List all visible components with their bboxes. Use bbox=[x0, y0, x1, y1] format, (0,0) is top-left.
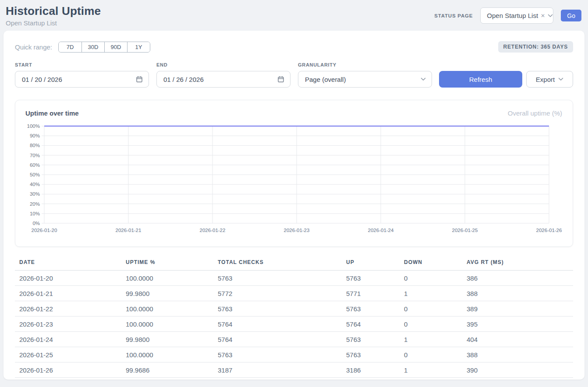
y-axis-tick-label: 40% bbox=[30, 182, 40, 187]
table-cell: 389 bbox=[462, 301, 573, 317]
go-button[interactable]: Go bbox=[561, 10, 581, 21]
chevron-down-icon bbox=[548, 14, 553, 18]
table-cell: 2026-01-22 bbox=[15, 301, 121, 317]
table-cell: 5763 bbox=[342, 332, 400, 347]
start-date-value: 01 / 20 / 2026 bbox=[22, 76, 62, 83]
table-row: 2026-01-20100.0000576357630386 bbox=[15, 271, 573, 286]
table-cell: 99.9800 bbox=[121, 332, 213, 347]
table-cell: 390 bbox=[462, 362, 573, 378]
export-button[interactable]: Export bbox=[526, 71, 573, 88]
granularity-value: Page (overall) bbox=[305, 76, 346, 83]
table-row: 2026-01-2499.9800576457631404 bbox=[15, 332, 573, 347]
table-cell: 5763 bbox=[342, 301, 400, 317]
table-cell: 388 bbox=[462, 286, 573, 301]
table-cell: 386 bbox=[462, 271, 573, 286]
column-header: DOWN bbox=[400, 257, 462, 271]
table-cell: 5772 bbox=[213, 286, 342, 301]
status-page-select[interactable]: Open Startup List ✕ bbox=[480, 7, 553, 24]
end-label: END bbox=[156, 62, 290, 67]
x-axis-tick-label: 2026-01-21 bbox=[116, 228, 142, 233]
y-axis-tick-label: 20% bbox=[30, 201, 40, 207]
chevron-down-icon bbox=[421, 77, 426, 81]
clear-selection-icon[interactable]: ✕ bbox=[541, 13, 545, 18]
column-header: UPTIME % bbox=[121, 257, 213, 271]
x-axis-tick-label: 2026-01-20 bbox=[32, 228, 57, 233]
granularity-label: GRANULARITY bbox=[298, 62, 432, 67]
table-cell: 5763 bbox=[213, 301, 342, 317]
x-axis-tick-label: 2026-01-22 bbox=[200, 228, 226, 233]
table-cell: 0 bbox=[400, 347, 462, 362]
quick-range-7d[interactable]: 7D bbox=[59, 42, 81, 52]
x-axis-tick-label: 2026-01-23 bbox=[284, 228, 310, 233]
column-header: DATE bbox=[15, 257, 121, 271]
column-header: UP bbox=[342, 257, 400, 271]
table-cell: 5763 bbox=[213, 271, 342, 286]
calendar-icon[interactable] bbox=[136, 76, 143, 83]
table-body: 2026-01-20100.00005763576303862026-01-21… bbox=[15, 271, 573, 378]
table-cell: 5763 bbox=[342, 347, 400, 362]
y-axis-tick-label: 70% bbox=[30, 153, 40, 158]
start-date-input[interactable]: 01 / 20 / 2026 bbox=[15, 71, 149, 88]
quick-range-30d[interactable]: 30D bbox=[81, 42, 104, 52]
status-page-label: STATUS PAGE bbox=[434, 13, 473, 18]
quick-range-1y[interactable]: 1Y bbox=[127, 42, 150, 52]
refresh-button[interactable]: Refresh bbox=[439, 71, 522, 88]
calendar-icon[interactable] bbox=[277, 76, 284, 83]
table-cell: 2026-01-20 bbox=[15, 271, 121, 286]
quick-range-group: 7D30D90D1Y bbox=[58, 42, 150, 53]
table-cell: 5764 bbox=[342, 317, 400, 332]
table-cell: 2026-01-26 bbox=[15, 362, 121, 378]
table-cell: 1 bbox=[400, 332, 462, 347]
table-cell: 100.0000 bbox=[121, 317, 213, 332]
table-cell: 5764 bbox=[213, 317, 342, 332]
column-header: TOTAL CHECKS bbox=[213, 257, 342, 271]
y-axis-tick-label: 90% bbox=[30, 133, 40, 138]
table-row: 2026-01-22100.0000576357630389 bbox=[15, 301, 573, 317]
table-header-row: DATEUPTIME %TOTAL CHECKSUPDOWNAVG RT (MS… bbox=[15, 257, 573, 271]
granularity-select[interactable]: Page (overall) bbox=[298, 71, 432, 88]
table-cell: 395 bbox=[462, 317, 573, 332]
table-row: 2026-01-2199.9800577257711388 bbox=[15, 286, 573, 301]
table-cell: 99.9800 bbox=[121, 286, 213, 301]
table-cell: 100.0000 bbox=[121, 301, 213, 317]
table-row: 2026-01-23100.0000576457640395 bbox=[15, 317, 573, 332]
table-cell: 2026-01-23 bbox=[15, 317, 121, 332]
table-cell: 388 bbox=[462, 347, 573, 362]
table-cell: 2026-01-24 bbox=[15, 332, 121, 347]
export-button-label: Export bbox=[536, 76, 555, 83]
y-axis-tick-label: 30% bbox=[30, 191, 40, 197]
start-label: START bbox=[15, 62, 149, 67]
y-axis-tick-label: 10% bbox=[30, 211, 40, 216]
x-axis-tick-label: 2026-01-24 bbox=[368, 228, 394, 233]
table-cell: 5763 bbox=[213, 347, 342, 362]
page-header: Historical Uptime Open Startup List STAT… bbox=[0, 0, 588, 31]
y-axis-tick-label: 60% bbox=[30, 162, 40, 168]
retention-badge: RETENTION: 365 DAYS bbox=[498, 41, 573, 53]
uptime-table: DATEUPTIME %TOTAL CHECKSUPDOWNAVG RT (MS… bbox=[15, 257, 573, 378]
table-cell: 1 bbox=[400, 286, 462, 301]
chart-title: Uptime over time bbox=[25, 109, 79, 117]
end-date-input[interactable]: 01 / 26 / 2026 bbox=[156, 71, 290, 88]
table-cell: 100.0000 bbox=[121, 347, 213, 362]
y-axis-tick-label: 80% bbox=[30, 143, 40, 148]
table-row: 2026-01-2699.9686318731861390 bbox=[15, 362, 573, 378]
table-row: 2026-01-25100.0000576357630388 bbox=[15, 347, 573, 362]
table-cell: 99.9686 bbox=[121, 362, 213, 378]
page-title: Historical Uptime bbox=[6, 4, 101, 18]
quick-range-90d[interactable]: 90D bbox=[104, 42, 127, 52]
page-subtitle: Open Startup List bbox=[6, 19, 101, 27]
x-axis-tick-label: 2026-01-25 bbox=[452, 228, 478, 233]
table-cell: 1 bbox=[400, 362, 462, 378]
table-cell: 2026-01-25 bbox=[15, 347, 121, 362]
table-cell: 404 bbox=[462, 332, 573, 347]
table-cell: 5771 bbox=[342, 286, 400, 301]
table-cell: 2026-01-21 bbox=[15, 286, 121, 301]
x-axis-tick-label: 2026-01-26 bbox=[536, 228, 562, 233]
table-cell: 5764 bbox=[213, 332, 342, 347]
table-cell: 100.0000 bbox=[121, 271, 213, 286]
y-axis-tick-label: 100% bbox=[27, 123, 40, 129]
main-panel: Quick range: 7D30D90D1Y RETENTION: 365 D… bbox=[4, 31, 584, 380]
uptime-chart-svg: 0%10%20%30%40%50%60%70%80%90%100%2026-01… bbox=[15, 122, 573, 236]
uptime-chart-card: Uptime over time Overall uptime (%) 0%10… bbox=[15, 100, 573, 247]
table-cell: 5763 bbox=[342, 271, 400, 286]
